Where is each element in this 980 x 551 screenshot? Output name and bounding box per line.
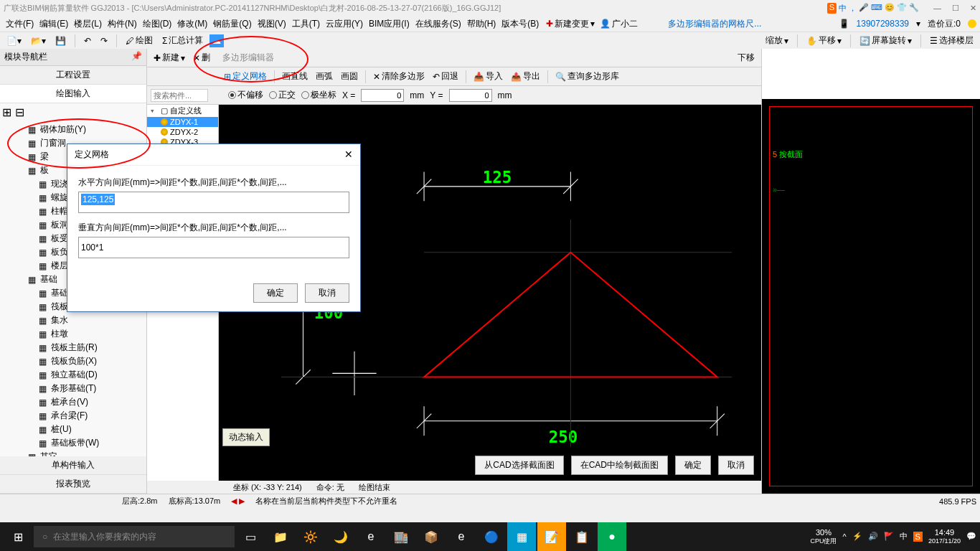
ime-wrench-icon[interactable]: 🔧 (909, 3, 919, 14)
query-btn[interactable]: 🔍 查询多边形库 (552, 69, 622, 84)
redo-icon[interactable]: ↷ (98, 34, 110, 47)
minimize-icon[interactable]: — (933, 4, 941, 13)
delete-btn[interactable]: ✕ 删 (190, 50, 213, 65)
user-name[interactable]: 广小二 (612, 18, 638, 30)
task-qq-icon[interactable]: 🔵 (477, 522, 506, 551)
no-offset-radio[interactable] (228, 91, 236, 99)
tree-item[interactable]: ▦独立基础(D) (1, 368, 145, 382)
chevron-down-icon[interactable]: ▾ (590, 19, 595, 29)
tree-item[interactable]: ▦桩(U) (1, 423, 145, 436)
ime-s-icon[interactable]: S (827, 3, 837, 14)
list-root[interactable]: ▾▢ 自定义线 (147, 105, 218, 117)
tree-item[interactable]: ▦集水 (1, 314, 145, 327)
select-floor-btn[interactable]: ☰ 选择楼层 (927, 33, 976, 48)
cad-draw-btn[interactable]: 在CAD中绘制截面图 (571, 456, 668, 475)
import-btn[interactable]: 📥 导入 (471, 69, 506, 84)
menu-draw[interactable]: 绘图(D) (141, 17, 174, 32)
report-tab[interactable]: 报表预览 (0, 475, 146, 494)
list-item[interactable]: ZDYX-2 (147, 127, 218, 137)
tree-item[interactable]: ▦筏板主筋(R) (1, 341, 145, 354)
v-spacing-input[interactable] (78, 237, 349, 258)
task-app7-icon[interactable]: ● (598, 522, 626, 551)
menu-cloud[interactable]: 云应用(Y) (324, 17, 365, 32)
tree-item[interactable]: ▦桩承台(V) (1, 395, 145, 409)
ime-mic-icon[interactable]: 🎤 (859, 3, 869, 14)
open-file-icon[interactable]: 📂▾ (28, 34, 49, 47)
tree-item[interactable]: ▦条形基础(T) (1, 382, 145, 395)
project-settings-tab[interactable]: 工程设置 (0, 66, 146, 85)
draw-line-btn[interactable]: 画直线 (279, 69, 311, 84)
task-app1-icon[interactable]: 🔆 (296, 522, 325, 551)
task-folder-icon[interactable]: 📁 (266, 522, 295, 551)
menu-help[interactable]: 帮助(H) (465, 17, 499, 32)
nav-arrows[interactable]: ◀ ▶ (231, 496, 245, 506)
menu-modify[interactable]: 修改(M) (175, 17, 209, 32)
sum-btn[interactable]: Σ 汇总计算 (159, 33, 206, 48)
dialog-titlebar[interactable]: 定义网格 ✕ (67, 144, 360, 166)
task-app5-icon[interactable]: 📝 (537, 522, 566, 551)
task-app2-icon[interactable]: 🌙 (326, 522, 355, 551)
menu-component[interactable]: 构件(N) (105, 17, 139, 32)
task-edge-icon[interactable]: e (357, 522, 385, 551)
start-button[interactable]: ⊞ (4, 522, 32, 551)
close-icon[interactable]: ✕ (970, 4, 976, 13)
section-canvas[interactable]: 5 按截面 »— (762, 99, 980, 494)
new-change-label[interactable]: 新建变更 (555, 18, 589, 30)
cloud-icon[interactable]: ☁ (209, 34, 224, 47)
menu-bim[interactable]: BIM应用(I) (367, 17, 412, 32)
tree-item[interactable]: ▦砌体加筋(Y) (1, 123, 145, 136)
undo-polygon-btn[interactable]: ↶ 回退 (430, 69, 461, 84)
tree-item[interactable]: ▦其它 (1, 450, 145, 456)
search-input[interactable] (151, 89, 208, 102)
tray-flag-icon[interactable]: 🚩 (884, 532, 894, 541)
ime-emoji-icon[interactable]: 😊 (885, 3, 895, 14)
pin-icon[interactable]: 📌 (131, 51, 142, 63)
pan-btn[interactable]: ✋ 平移 ▾ (804, 33, 844, 48)
polar-radio[interactable] (301, 91, 309, 99)
polygon-hint[interactable]: 多边形编辑器的网格尺... (668, 18, 761, 30)
menu-rebar[interactable]: 钢筋量(Q) (211, 17, 253, 32)
cad-select-btn[interactable]: 从CAD选择截面图 (475, 456, 563, 475)
ime-comma-icon[interactable]: ， (849, 3, 857, 14)
export-btn[interactable]: 📤 导出 (508, 69, 543, 84)
tray-vol-icon[interactable]: 🔊 (868, 532, 878, 541)
task-ie-icon[interactable]: e (447, 522, 476, 551)
center-cancel-btn[interactable]: 取消 (718, 456, 754, 475)
draw-input-tab[interactable]: 绘图输入 (0, 85, 146, 103)
scale-btn[interactable]: 缩放 ▾ (763, 33, 791, 48)
menu-floor[interactable]: 楼层(L) (72, 17, 104, 32)
tray-ime-icon[interactable]: 中 (900, 531, 908, 542)
tree-item[interactable]: ▦基础板带(W) (1, 436, 145, 450)
ime-cn[interactable]: 中 (839, 3, 847, 14)
task-app3-icon[interactable]: 📦 (417, 522, 446, 551)
draw-circle-btn[interactable]: 画圆 (338, 69, 361, 84)
cpu-meter[interactable]: 30% CPU使用 (810, 528, 837, 545)
expand-icon[interactable]: ⊞ (2, 105, 11, 119)
rotate-btn[interactable]: 🔄 屏幕旋转 ▾ (857, 33, 915, 48)
phone-number[interactable]: 13907298339 (857, 19, 909, 29)
undo-icon[interactable]: ↶ (81, 34, 94, 47)
menu-online[interactable]: 在线服务(S) (413, 17, 463, 32)
dynamic-input-btn[interactable]: 动态输入 (222, 428, 270, 446)
x-input[interactable] (361, 89, 404, 102)
center-ok-btn[interactable]: 确定 (675, 456, 711, 475)
tray-up-icon[interactable]: ^ (842, 532, 846, 541)
menu-edit[interactable]: 编辑(E) (37, 17, 70, 32)
task-app4-icon[interactable]: ▦ (507, 522, 536, 551)
h-spacing-input[interactable]: 125,125 (78, 192, 349, 213)
save-icon[interactable]: 💾 (52, 34, 69, 47)
ime-keyboard-icon[interactable]: ⌨ (871, 3, 882, 14)
tray-notif-icon[interactable]: 💬 (966, 532, 976, 541)
menu-file[interactable]: 文件(F) (4, 17, 36, 32)
tree-item[interactable]: ▦承台梁(F) (1, 409, 145, 423)
single-input-tab[interactable]: 单构件输入 (0, 456, 146, 475)
new-file-icon[interactable]: 📄▾ (4, 34, 24, 47)
dropdown-icon[interactable]: ▾ (916, 19, 920, 29)
list-item[interactable]: ZDYX-1 (147, 117, 218, 127)
menu-version[interactable]: 版本号(B) (499, 17, 541, 32)
clear-polygon-btn[interactable]: ✕ 清除多边形 (370, 69, 428, 84)
menu-view[interactable]: 视图(V) (255, 17, 288, 32)
menu-tools[interactable]: 工具(T) (290, 17, 322, 32)
ime-shirt-icon[interactable]: 👕 (897, 3, 907, 14)
tree-item[interactable]: ▦柱墩 (1, 327, 145, 341)
